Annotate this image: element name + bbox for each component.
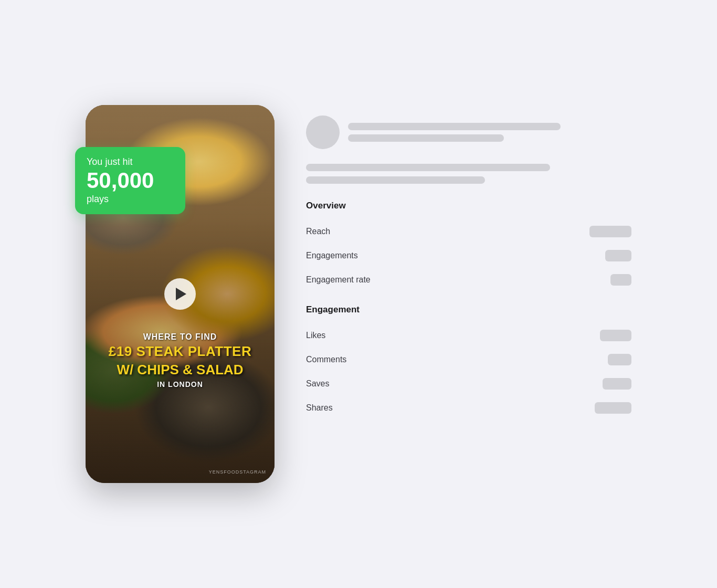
play-button[interactable] [164,278,196,310]
notification-line1: You just hit [87,156,174,167]
stat-label-reach: Reach [306,227,330,236]
play-icon [176,288,186,300]
stat-label-comments: Comments [306,355,346,364]
stat-row-likes: Likes [306,323,631,348]
stat-label-engagement-rate: Engagement rate [306,275,371,285]
stat-label-likes: Likes [306,331,325,340]
stat-row-engagement-rate: Engagement rate [306,268,631,292]
content-skeleton-1 [306,164,550,171]
left-panel: You just hit 50,000 plays WHERE TO FIND … [86,105,275,483]
stat-value-shares [595,402,631,414]
stat-value-comments [608,354,631,365]
notification-line2: plays [87,194,174,205]
stat-value-saves [603,378,631,390]
stat-value-reach [589,226,631,237]
stat-row-shares: Shares [306,396,631,420]
right-panel: Overview Reach Engagements Engagement ra… [306,105,631,433]
video-text-overlay: WHERE TO FIND £19 STEAK PLATTER W/ CHIPS… [86,332,275,388]
engagement-title: Engagement [306,304,631,315]
stat-row-reach: Reach [306,219,631,244]
stat-label-shares: Shares [306,403,333,413]
video-text-line2: £19 STEAK PLATTER [96,344,264,360]
content-skeleton-2 [306,176,485,184]
overview-stats-list: Reach Engagements Engagement rate [306,219,631,292]
avatar [306,116,340,149]
profile-header [306,116,631,149]
profile-text-lines [348,123,631,142]
video-text-line1: WHERE TO FIND [96,332,264,342]
stat-value-likes [600,330,631,341]
notification-number: 50,000 [87,170,174,192]
overview-title: Overview [306,201,631,211]
stat-value-engagement-rate [610,274,631,286]
milestone-notification: You just hit 50,000 plays [75,147,185,214]
stat-value-engagements [605,250,631,261]
stat-label-saves: Saves [306,379,329,388]
video-text-line4: IN LONDON [96,380,264,388]
profile-name-skeleton [348,123,561,130]
engagement-stats-list: Likes Comments Saves Shares [306,323,631,420]
stat-row-saves: Saves [306,372,631,396]
video-text-line3: W/ CHIPS & SALAD [96,362,264,378]
profile-handle-skeleton [348,134,504,142]
watermark: YENSFOODSTAGRAM [209,469,266,475]
main-container: You just hit 50,000 plays WHERE TO FIND … [44,74,673,514]
stat-row-comments: Comments [306,348,631,372]
stat-label-engagements: Engagements [306,251,358,260]
content-skeleton [306,164,631,184]
stat-row-engagements: Engagements [306,244,631,268]
